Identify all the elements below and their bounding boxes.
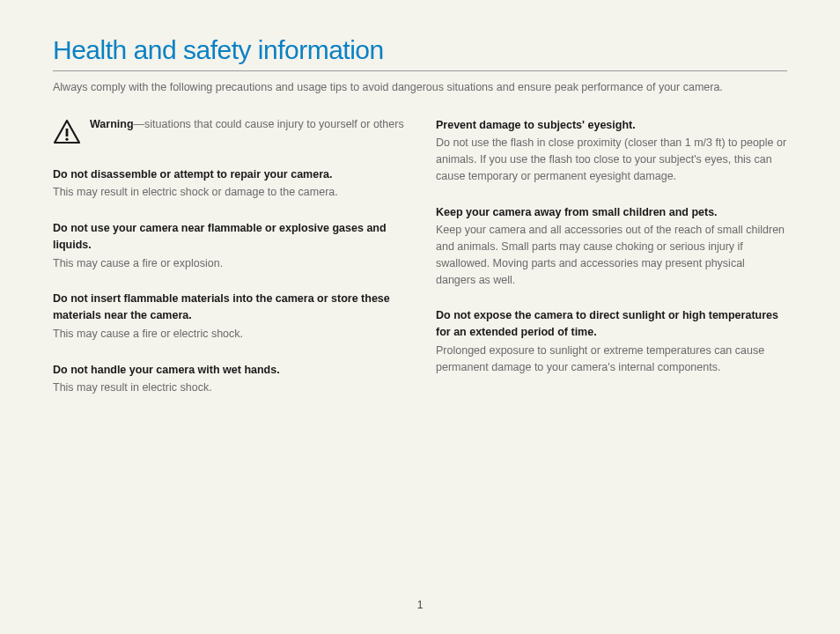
page-number: 1 (0, 599, 840, 611)
section-title: Do not expose the camera to direct sunli… (436, 307, 787, 341)
page-title: Health and safety information (53, 35, 787, 71)
section: Do not insert flammable materials into t… (53, 291, 404, 342)
warning-label: Warning (90, 118, 134, 130)
warning-text: Warning—situations that could cause inju… (90, 117, 404, 133)
warning-header: Warning—situations that could cause inju… (53, 117, 404, 145)
section-body: Do not use the flash in close proximity … (436, 135, 787, 184)
section: Do not expose the camera to direct sunli… (436, 307, 787, 375)
section-body: This may cause a fire or electric shock. (53, 326, 404, 343)
section-title: Do not handle your camera with wet hands… (53, 362, 404, 379)
right-column: Prevent damage to subjects' eyesight. Do… (436, 117, 787, 417)
section-body: This may result in electric shock. (53, 380, 404, 396)
svg-point-1 (65, 137, 68, 140)
section: Do not use your camera near flammable or… (53, 220, 404, 271)
warning-description: —situations that could cause injury to y… (134, 118, 404, 130)
section-title: Prevent damage to subjects' eyesight. (436, 117, 787, 134)
warning-triangle-icon (53, 119, 81, 145)
left-column: Warning—situations that could cause inju… (53, 117, 404, 417)
section-title: Do not disassemble or attempt to repair … (53, 166, 404, 183)
svg-rect-0 (66, 129, 69, 136)
section-body: Prolonged exposure to sunlight or extrem… (436, 343, 787, 376)
section: Prevent damage to subjects' eyesight. Do… (436, 117, 787, 185)
section-title: Do not use your camera near flammable or… (53, 220, 404, 254)
section: Do not handle your camera with wet hands… (53, 362, 404, 397)
intro-text: Always comply with the following precaut… (53, 80, 787, 96)
section-title: Keep your camera away from small childre… (436, 204, 787, 221)
section: Do not disassemble or attempt to repair … (53, 166, 404, 202)
section: Keep your camera away from small childre… (436, 204, 787, 289)
section-body: This may result in electric shock or dam… (53, 184, 404, 201)
section-body: Keep your camera and all accessories out… (436, 222, 787, 288)
section-title: Do not insert flammable materials into t… (53, 291, 404, 324)
content-columns: Warning—situations that could cause inju… (53, 117, 787, 417)
section-body: This may cause a fire or explosion. (53, 255, 404, 272)
